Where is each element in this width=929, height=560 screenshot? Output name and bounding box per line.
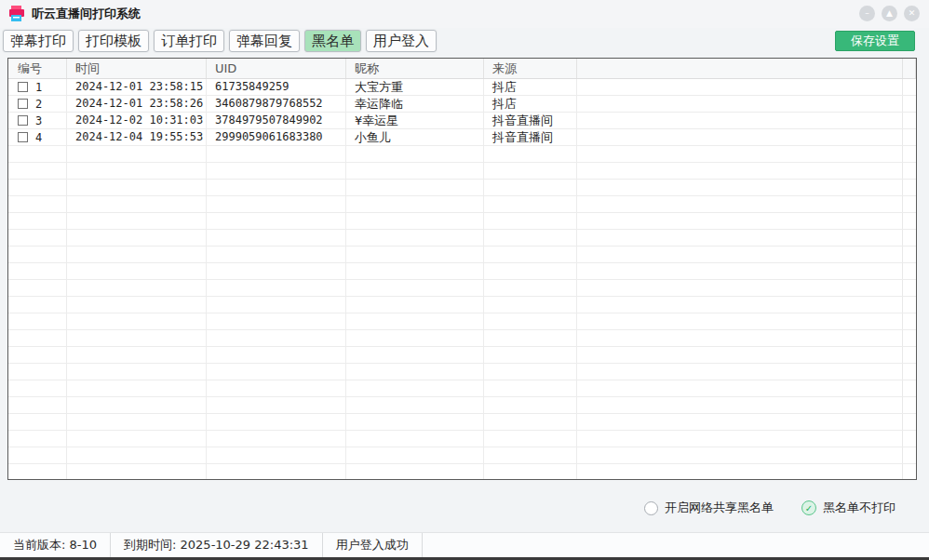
cell-nickname: 小鱼儿 bbox=[346, 129, 484, 145]
table-row[interactable]: 3 2024-12-02 10:31:03 3784979507849902 ¥… bbox=[8, 113, 916, 129]
table-row-empty bbox=[8, 263, 916, 280]
cell-nickname: 幸运降临 bbox=[346, 96, 484, 112]
cell-uid: 3784979507849902 bbox=[207, 113, 346, 128]
blacklist-table: 编号 时间 UID 昵称 来源 1 2024-12-01 23:58:15 61… bbox=[7, 58, 917, 480]
status-login-state: 用户登入成功 bbox=[323, 533, 423, 557]
cell-uid: 2999059061683380 bbox=[207, 129, 346, 145]
close-icon[interactable]: ✕ bbox=[904, 6, 920, 21]
column-header-time: 时间 bbox=[67, 59, 207, 78]
app-title: 听云直播间打印系统 bbox=[32, 6, 141, 22]
row-checkbox[interactable] bbox=[18, 115, 28, 126]
table-body: 1 2024-12-01 23:58:15 61735849259 大宝方重 抖… bbox=[8, 79, 916, 480]
maximize-icon[interactable]: ▲ bbox=[882, 6, 897, 21]
table-row[interactable]: 1 2024-12-01 23:58:15 61735849259 大宝方重 抖… bbox=[8, 79, 916, 96]
cell-id: 1 bbox=[35, 81, 42, 94]
table-row-empty bbox=[8, 464, 916, 480]
column-header-end bbox=[903, 59, 916, 78]
column-header-source: 来源 bbox=[484, 59, 577, 78]
table-row-empty bbox=[8, 330, 916, 347]
column-header-uid: UID bbox=[207, 59, 346, 78]
cell-time: 2024-12-04 19:55:53 bbox=[67, 129, 207, 145]
column-header-id: 编号 bbox=[8, 59, 67, 78]
table-header: 编号 时间 UID 昵称 来源 bbox=[8, 59, 916, 79]
table-row-empty bbox=[8, 163, 916, 180]
cell-time: 2024-12-02 10:31:03 bbox=[67, 113, 207, 128]
row-checkbox[interactable] bbox=[18, 82, 28, 92]
share-blacklist-option[interactable]: 开启网络共享黑名单 bbox=[644, 500, 774, 516]
table-row-empty bbox=[8, 347, 916, 364]
table-row-empty bbox=[8, 447, 916, 464]
tab-order-print[interactable]: 订单打印 bbox=[154, 30, 224, 52]
table-row-empty bbox=[8, 247, 916, 263]
table-row-empty bbox=[8, 213, 916, 230]
status-expire-time: 到期时间: 2025-10-29 22:43:31 bbox=[111, 533, 323, 557]
table-row-empty bbox=[8, 397, 916, 414]
no-print-option[interactable]: ✓ 黑名单不打印 bbox=[801, 500, 895, 516]
tab-danmu-print[interactable]: 弹幕打印 bbox=[3, 30, 74, 52]
cell-uid: 61735849259 bbox=[207, 79, 346, 95]
row-checkbox[interactable] bbox=[18, 99, 28, 109]
cell-nickname: ¥幸运星 bbox=[346, 113, 484, 128]
no-print-label: 黑名单不打印 bbox=[823, 500, 895, 516]
status-bar: 当前版本: 8-10 到期时间: 2025-10-29 22:43:31 用户登… bbox=[0, 532, 929, 560]
table-row-empty bbox=[8, 180, 916, 196]
column-header-filler bbox=[577, 59, 903, 78]
cell-uid: 3460879879768552 bbox=[207, 96, 346, 112]
table-row[interactable]: 4 2024-12-04 19:55:53 2999059061683380 小… bbox=[8, 129, 916, 146]
cell-time: 2024-12-01 23:58:26 bbox=[67, 96, 207, 112]
cell-source: 抖音直播间 bbox=[484, 113, 577, 128]
radio-unchecked-icon[interactable] bbox=[644, 501, 658, 515]
table-row-empty bbox=[8, 297, 916, 313]
table-row-empty bbox=[8, 364, 916, 380]
table-row-empty bbox=[8, 414, 916, 431]
table-row-empty bbox=[8, 196, 916, 213]
table-row-empty bbox=[8, 230, 916, 247]
cell-source: 抖店 bbox=[484, 79, 577, 95]
cell-nickname: 大宝方重 bbox=[346, 79, 484, 95]
table-row[interactable]: 2 2024-12-01 23:58:26 3460879879768552 幸… bbox=[8, 96, 916, 113]
printer-app-icon bbox=[7, 5, 26, 23]
check-circle-icon[interactable]: ✓ bbox=[801, 500, 816, 515]
table-row-empty bbox=[8, 380, 916, 397]
cell-time: 2024-12-01 23:58:15 bbox=[67, 79, 207, 95]
tab-blacklist[interactable]: 黑名单 bbox=[304, 30, 361, 52]
column-header-nickname: 昵称 bbox=[346, 59, 484, 78]
table-row-empty bbox=[8, 146, 916, 163]
table-row-empty bbox=[8, 313, 916, 330]
row-checkbox[interactable] bbox=[18, 132, 28, 142]
cell-id: 3 bbox=[35, 114, 42, 127]
tab-print-template[interactable]: 打印模板 bbox=[78, 30, 149, 52]
table-row-empty bbox=[8, 431, 916, 447]
blacklist-options: 开启网络共享黑名单 ✓ 黑名单不打印 bbox=[644, 499, 895, 517]
status-version: 当前版本: 8-10 bbox=[0, 533, 111, 557]
title-bar: 听云直播间打印系统 – ▲ ✕ bbox=[0, 0, 929, 28]
cell-source: 抖音直播间 bbox=[484, 129, 577, 145]
tab-user-login[interactable]: 用户登入 bbox=[366, 30, 437, 52]
cell-id: 2 bbox=[35, 98, 42, 111]
cell-source: 抖店 bbox=[484, 96, 577, 112]
share-blacklist-label: 开启网络共享黑名单 bbox=[665, 500, 774, 516]
tab-bar: 弹幕打印 打印模板 订单打印 弹幕回复 黑名单 用户登入 bbox=[3, 30, 437, 52]
table-row-empty bbox=[8, 280, 916, 297]
save-settings-button[interactable]: 保存设置 bbox=[835, 31, 915, 51]
cell-id: 4 bbox=[35, 131, 42, 144]
window-controls: – ▲ ✕ bbox=[859, 6, 920, 21]
minimize-icon[interactable]: – bbox=[859, 6, 875, 21]
tab-danmu-reply[interactable]: 弹幕回复 bbox=[229, 30, 300, 52]
